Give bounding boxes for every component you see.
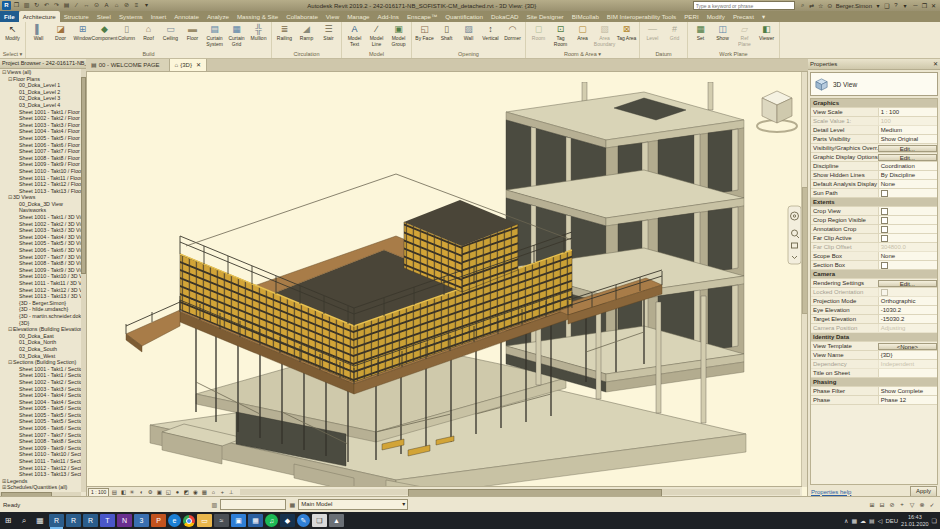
browser-tree-item[interactable]: Sheet 1003 - Takt3 / 3D View [0,227,81,234]
ribbon-tool[interactable]: ◢ Ramp [296,23,317,50]
view-control-icon[interactable]: ● [173,488,181,496]
status-icon[interactable]: ⊘ [888,501,896,508]
navigation-bar[interactable] [788,206,801,264]
property-row[interactable]: Far Clip Offset 304800.0 [811,243,937,252]
view-tab[interactable]: ⌂ {3D} ✕ [170,58,207,71]
view-control-icon[interactable]: ▤ [110,488,118,496]
ribbon-tool[interactable]: ◠ Dormer [502,23,523,50]
ribbon-tool[interactable]: ▬ Floor [182,23,203,50]
titlebar-icon[interactable]: ? [892,2,900,9]
qat-icon[interactable]: A [102,1,111,10]
view-control-icon[interactable]: ☀ [128,488,136,496]
browser-tree-item[interactable]: 01_Doka_North [0,339,81,346]
qat-icon[interactable]: ▥ [22,1,31,10]
property-row[interactable]: Sun Path [811,189,937,198]
taskbar-app-icon[interactable]: ▲ [329,514,344,527]
property-row[interactable]: Default Analysis Display S... None [811,180,937,189]
browser-vertical-scrollbar[interactable] [81,69,86,492]
tray-icon[interactable]: ∧ [844,517,848,524]
property-row[interactable]: Visibility/Graphics Overr... Edit... [811,144,937,153]
browser-tree-item[interactable]: Sheet 1007 - Takt7 / 3D View [0,254,81,261]
property-row[interactable]: Section Box [811,261,937,270]
browser-tree-item[interactable]: Sheet 1004 - Takt4 / Floor Pla [0,128,81,135]
property-row[interactable]: Eye Elevation -1030.2 [811,306,937,315]
property-row[interactable]: View Name {3D} [811,351,937,360]
browser-tree-item[interactable]: Sheet 1001 - Takt1 / 3D View [0,214,81,221]
browser-tree-item[interactable]: Sheet 1005 - Takt5 / Section [0,418,81,425]
browser-tree-item[interactable]: Sheet 1011 - Takt11 / Section [0,458,81,465]
property-row[interactable]: Show Hidden Lines By Discipline [811,171,937,180]
worksets-dropdown[interactable] [220,499,286,510]
browser-tree-item[interactable]: Sheet 1012 - Takt12 / 3D Vie [0,287,81,294]
ribbon-tool[interactable]: ⊡ Tag Room [550,23,571,50]
browser-tree-item[interactable]: Sheet 1009 - Takt9 / Floor Pla [0,161,81,168]
property-row[interactable]: View Template <None> [811,342,937,351]
ribbon-tab[interactable]: Quantification [441,11,487,22]
action-center-icon[interactable]: ❏ [932,517,937,524]
ribbon-tool[interactable]: ☰ Stair [318,23,339,50]
property-row[interactable]: Rendering Settings Edit... [811,279,937,288]
taskbar-app-icon[interactable]: e [168,514,181,527]
taskbar-app-icon[interactable]: ♫ [265,514,278,527]
taskbar-app-icon[interactable]: ✎ [297,514,310,527]
browser-tree-item[interactable]: Sheet 1006 - Takt6 / Floor Pla [0,142,81,149]
task-view-icon[interactable]: ▦ [32,512,48,529]
property-row[interactable]: Title on Sheet [811,369,937,378]
browser-tree-item[interactable]: Sheet 1010 - Takt10 / Floor P [0,168,81,175]
browser-tree-item[interactable]: ⊟3D Views [0,194,81,201]
view-control-icon[interactable]: + [218,488,226,496]
qat-icon[interactable]: ❒ [12,1,21,10]
property-row[interactable]: Locked Orientation [811,288,937,297]
browser-tree-item[interactable]: Sheet 1010 - Takt10 / Section [0,451,81,458]
drawing-area[interactable]: 1 : 100 ▤◧☀◐⚙▣◱●◩◉▦⌂+⊥ [86,71,808,497]
status-icon[interactable]: ⊗ [918,501,926,508]
qat-icon[interactable]: ↶ [42,1,51,10]
qat-icon[interactable]: ▤ [62,1,71,10]
qat-icon[interactable]: ⌂ [112,1,121,10]
taskbar-app-icon[interactable]: T [100,514,115,527]
ribbon-tool[interactable]: ◪ Door [50,23,71,50]
browser-tree-item[interactable]: Sheet 1004 - Takt4 / 3D View [0,234,81,241]
browser-tree-item[interactable]: Sheet 1003 - Takt3 / Section [0,386,81,393]
property-row[interactable]: Camera Position Adjusting [811,324,937,333]
ribbon-tool[interactable]: ▧ Area Boundary [594,23,615,50]
browser-tree-item[interactable]: {3D - Berger.Simon} [0,300,81,307]
ribbon-tool[interactable]: ◆ Component [94,23,115,50]
browser-tree-item[interactable]: {3D} [0,320,81,327]
project-browser-header[interactable]: Project Browser - 242-016171-NB_SOF... ✕ [0,58,86,69]
ribbon-tab[interactable]: Systems [115,11,147,22]
search-input[interactable] [693,1,795,10]
ribbon-tab[interactable]: Architecture [19,11,60,22]
tray-icon[interactable]: ▤ [869,517,875,524]
browser-tree-item[interactable]: Sheet 1013 - Takt13 / Floor P [0,188,81,195]
design-options-icon[interactable]: ▦ [288,501,296,508]
view-control-icon[interactable]: ⊥ [227,488,235,496]
property-row[interactable]: Scope Box None [811,252,937,261]
browser-tree-item[interactable]: ⊟Floor Plans [0,76,81,83]
view-control-icon[interactable]: ◉ [191,488,199,496]
ribbon-tab[interactable]: ▾ [758,11,769,22]
browser-tree-item[interactable]: Sheet 1011 - Takt11 / 3D Vie [0,280,81,287]
browser-tree-item[interactable]: Sheet 1002 - Takt2 / 3D View [0,221,81,228]
browser-tree-item[interactable]: Sheet 1001 - Takt1 / Section [0,372,81,379]
browser-tree-item[interactable]: Sheet 1013 - Takt13 / Section [0,471,81,478]
type-selector[interactable]: 3D View [810,72,938,96]
browser-tree-item[interactable]: 00_Doka_3D View [0,201,81,208]
browser-tree-item[interactable]: Sheet 1006 - Takt6 / 3D View [0,247,81,254]
ribbon-tool[interactable]: ◫ Show [712,23,733,50]
titlebar-icon[interactable]: ☆ [817,2,825,9]
browser-tree-item[interactable]: {3D - martin.schneider.doka} [0,313,81,320]
worksets-icon[interactable]: ▥ [210,501,218,508]
ribbon-tool[interactable]: ▢ Area [572,23,593,50]
viewcube[interactable] [757,91,797,132]
browser-tree-item[interactable]: Sheet 1006 - Takt6 / Section [0,425,81,432]
qat-icon[interactable]: ↻ [32,1,41,10]
browser-tree-item[interactable]: 02_Doka_Level 3 [0,95,81,102]
property-row[interactable]: Camera [811,270,937,279]
language-indicator[interactable]: DEU [885,518,898,524]
ribbon-tool[interactable]: ▯ Column [116,23,137,50]
ribbon-tool[interactable]: ▣ Model Group [388,23,409,50]
status-icon[interactable]: ▽ [908,501,916,508]
status-icon[interactable]: + [898,501,906,508]
browser-tree-item[interactable]: 03_Doka_West [0,353,81,360]
